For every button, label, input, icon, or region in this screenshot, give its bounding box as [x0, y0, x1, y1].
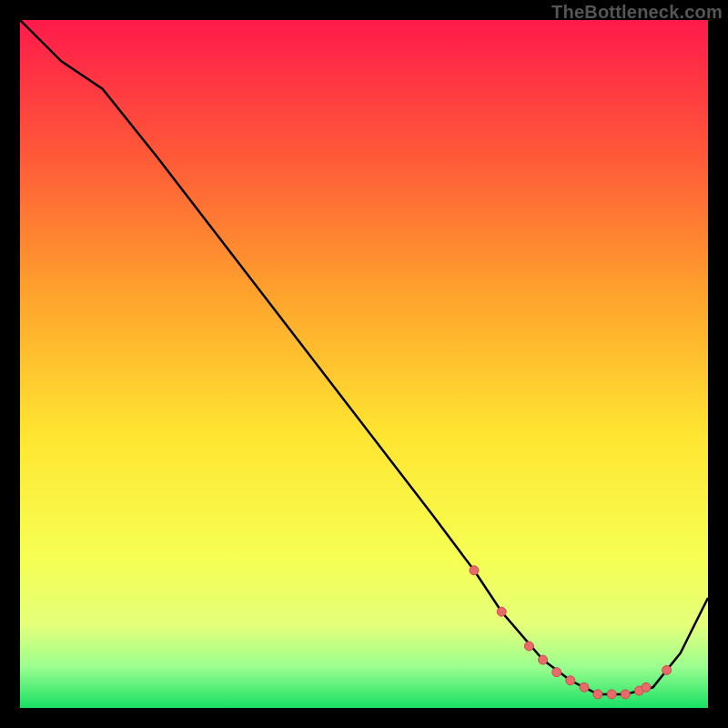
valley-marker — [593, 690, 602, 699]
valley-marker — [580, 682, 589, 692]
valley-marker — [539, 655, 548, 664]
valley-marker — [552, 668, 561, 677]
valley-marker — [607, 690, 616, 699]
valley-marker — [621, 690, 630, 699]
valley-marker — [566, 676, 575, 685]
valley-marker — [470, 566, 479, 575]
chart-stage: TheBottleneck.com — [0, 0, 728, 728]
valley-marker — [524, 642, 533, 651]
valley-marker — [662, 665, 672, 674]
valley-marker — [497, 607, 506, 616]
gradient-background — [20, 20, 708, 708]
plot-area — [20, 20, 708, 708]
valley-marker — [642, 682, 651, 692]
chart-svg — [20, 20, 708, 708]
